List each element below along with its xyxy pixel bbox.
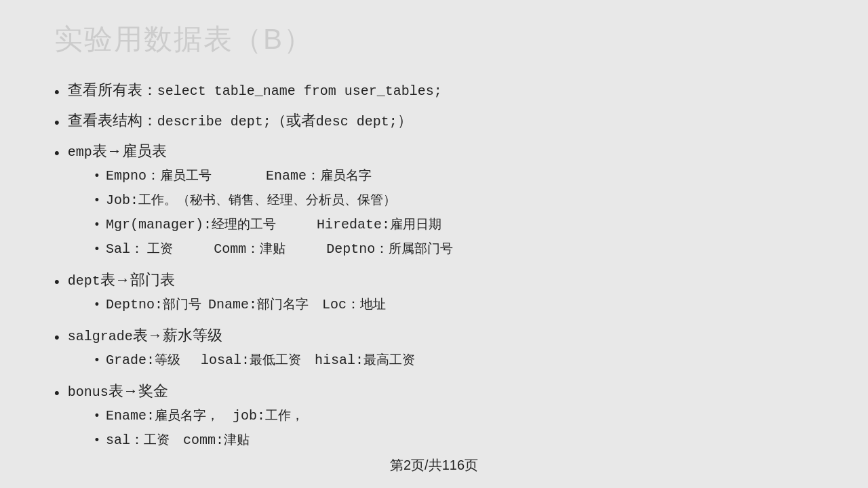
emp-child-4: Sal： 工资Comm：津贴Deptno：所属部门号 — [106, 239, 814, 260]
list-item: Job:工作。（秘书、销售、经理、分析员、保管） — [68, 190, 814, 211]
list-item: bonus表→奖金 Ename:雇员名字，job:工作， sal：工资comm:… — [54, 380, 814, 454]
item-code: describe dept; — [157, 114, 271, 129]
salgrade-sub-list: Grade:等级losal:最低工资hisal:最高工资 — [68, 350, 814, 371]
list-item: emp表→雇员表 Empno：雇员工号Ename：雇员名字 Job:工作。（秘书… — [54, 140, 814, 263]
dept-mono: dept — [68, 273, 100, 289]
list-item: Mgr(manager):经理的工号Hiredate:雇用日期 — [68, 214, 814, 236]
item-code2: desc dept; — [316, 114, 397, 129]
list-item: Deptno:部门号Dname:部门名字Loc：地址 — [68, 294, 814, 316]
page-title: 实验用数据表（B） — [54, 20, 814, 58]
page-container: 实验用数据表（B） 查看所有表：select table_name from u… — [0, 0, 868, 488]
salgrade-mono: salgrade — [68, 329, 133, 344]
item-bonus-title: bonus表→奖金 — [68, 380, 814, 403]
item-dept: dept表→部门表 Deptno:部门号Dname:部门名字Loc：地址 — [68, 268, 814, 319]
dept-child-1: Deptno:部门号Dname:部门名字Loc：地址 — [106, 294, 814, 316]
list-item: 查看所有表：select table_name from user_tables… — [54, 79, 814, 104]
item-describe: 查看表结构：describe dept;（或者desc dept;） — [68, 109, 814, 132]
item-dept-title: dept表→部门表 — [68, 268, 814, 291]
emp-child-2: Job:工作。（秘书、销售、经理、分析员、保管） — [106, 190, 814, 211]
bonus-child-2: sal：工资comm:津贴 — [106, 430, 814, 451]
item-label: 查看表结构： — [68, 112, 157, 129]
bonus-chinese: 表→奖金 — [108, 382, 168, 399]
dept-sub-list: Deptno:部门号Dname:部门名字Loc：地址 — [68, 294, 814, 316]
salgrade-child-1: Grade:等级losal:最低工资hisal:最高工资 — [106, 350, 814, 371]
text: Empno： — [106, 168, 160, 184]
page-footer: 第2页/共116页 — [0, 456, 868, 474]
list-item: salgrade表→薪水等级 Grade:等级losal:最低工资hisal:最… — [54, 324, 814, 374]
salgrade-chinese: 表→薪水等级 — [133, 327, 222, 344]
list-item: Ename:雇员名字，job:工作， — [68, 405, 814, 427]
emp-child-3: Mgr(manager):经理的工号Hiredate:雇用日期 — [106, 214, 814, 236]
list-item: sal：工资comm:津贴 — [68, 430, 814, 451]
item-text: （或者 — [271, 112, 316, 129]
emp-child-1: Empno：雇员工号Ename：雇员名字 — [106, 165, 814, 187]
emp-mono: emp — [68, 144, 92, 160]
list-item: dept表→部门表 Deptno:部门号Dname:部门名字Loc：地址 — [54, 268, 814, 319]
main-list: 查看所有表：select table_name from user_tables… — [54, 79, 814, 454]
bonus-sub-list: Ename:雇员名字，job:工作， sal：工资comm:津贴 — [68, 405, 814, 451]
list-item: Grade:等级losal:最低工资hisal:最高工资 — [68, 350, 814, 371]
page-number: 第2页/共116页 — [390, 458, 478, 472]
item-salgrade: salgrade表→薪水等级 Grade:等级losal:最低工资hisal:最… — [68, 324, 814, 374]
item-salgrade-title: salgrade表→薪水等级 — [68, 324, 814, 347]
dept-chinese: 表→部门表 — [100, 271, 175, 288]
list-item: Sal： 工资Comm：津贴Deptno：所属部门号 — [68, 239, 814, 260]
item-code: select table_name from user_tables; — [157, 83, 442, 99]
item-label: 查看所有表： — [68, 81, 157, 98]
item-bonus: bonus表→奖金 Ename:雇员名字，job:工作， sal：工资comm:… — [68, 380, 814, 454]
content-area: 查看所有表：select table_name from user_tables… — [54, 79, 814, 454]
item-select-tables: 查看所有表：select table_name from user_tables… — [68, 79, 814, 102]
emp-chinese: 表→雇员表 — [92, 142, 167, 159]
list-item: Empno：雇员工号Ename：雇员名字 — [68, 165, 814, 187]
list-item: 查看表结构：describe dept;（或者desc dept;） — [54, 109, 814, 134]
item-emp: emp表→雇员表 Empno：雇员工号Ename：雇员名字 Job:工作。（秘书… — [68, 140, 814, 263]
emp-sub-list: Empno：雇员工号Ename：雇员名字 Job:工作。（秘书、销售、经理、分析… — [68, 165, 814, 260]
bonus-mono: bonus — [68, 384, 108, 400]
bonus-child-1: Ename:雇员名字，job:工作， — [106, 405, 814, 427]
item-emp-title: emp表→雇员表 — [68, 140, 814, 163]
item-text2: ） — [397, 112, 412, 129]
